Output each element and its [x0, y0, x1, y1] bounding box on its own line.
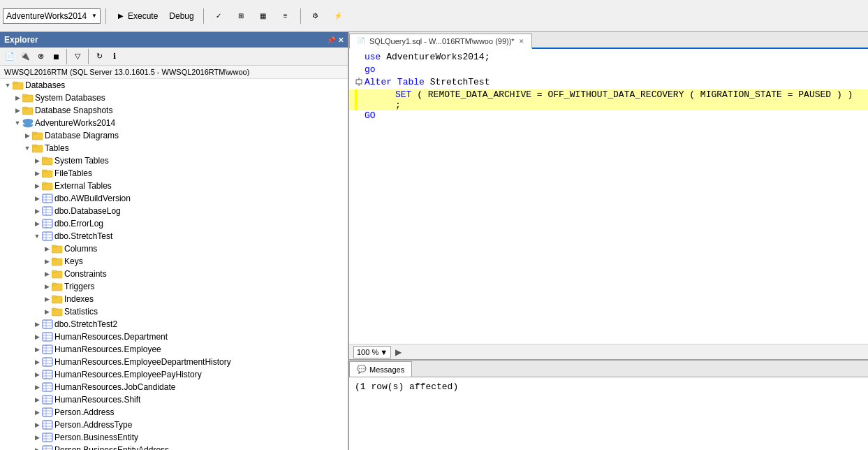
expander-stretchtest[interactable]: ▼ — [32, 231, 42, 241]
toolbar-icon-btn-3[interactable]: ▦ — [253, 8, 273, 24]
tree-item-external-tables[interactable]: ▶ External Tables — [0, 180, 348, 192]
tree-item-stretchtest[interactable]: ▼ dbo.StretchTest — [0, 230, 348, 242]
db-selector-text: AdventureWorks2014 — [6, 11, 91, 21]
expander-external-tables[interactable]: ▶ — [32, 181, 42, 191]
tree-item-person-address[interactable]: ▶ Person.Address — [0, 406, 348, 419]
expander-file-tables[interactable]: ▶ — [32, 168, 42, 178]
expander-awbuildversion[interactable]: ▶ — [32, 194, 42, 203]
refresh-icon: ↻ — [96, 52, 103, 61]
disconnect-button[interactable]: ⊗ — [34, 50, 47, 64]
tree-item-person-addresstype[interactable]: ▶ Person.AddressType — [0, 419, 348, 431]
tree-item-constraints[interactable]: ▶ Constraints — [0, 268, 348, 280]
expander-statistics[interactable]: ▶ — [42, 307, 52, 317]
zoom-arrow-right[interactable]: ▶ — [395, 347, 402, 357]
expander-hr-emp-dept-history[interactable]: ▶ — [32, 357, 42, 367]
refresh-button[interactable]: ↻ — [92, 50, 106, 64]
tree-item-triggers[interactable]: ▶ Triggers — [0, 280, 348, 293]
tree-item-stretchtest2[interactable]: ▶ dbo.StretchTest2 — [0, 318, 348, 331]
expander-hr-shift[interactable]: ▶ — [32, 395, 42, 405]
expander-keys[interactable]: ▶ — [42, 256, 52, 266]
expander-hr-employee[interactable]: ▶ — [32, 344, 42, 354]
tree-item-hr-shift[interactable]: ▶ HumanResources.Shift — [0, 393, 348, 406]
folder-icon — [42, 155, 53, 166]
editor-content[interactable]: use AdventureWorks2014; go Alter Table S… — [349, 49, 868, 344]
tree-item-system-databases[interactable]: ▶ System Databases — [0, 92, 348, 104]
expander-person-addresstype[interactable]: ▶ — [32, 420, 42, 430]
code-line-2: go — [349, 64, 868, 77]
svg-rect-45 — [43, 320, 52, 328]
tree-container[interactable]: ▼ Databases ▶ System Databases ▶ — [0, 79, 348, 450]
toolbar-icon-btn-6[interactable]: ⚡ — [328, 8, 348, 24]
expander-system-databases[interactable]: ▶ — [13, 93, 22, 103]
toolbar-icon-btn-4[interactable]: ≡ — [276, 8, 295, 24]
expander-triggers[interactable]: ▶ — [42, 282, 52, 291]
filter-button[interactable]: ▽ — [71, 50, 84, 64]
connect-button[interactable]: 🔌 — [18, 50, 32, 64]
expander-adventureworks[interactable]: ▼ — [13, 118, 22, 128]
tree-item-person-businessentity[interactable]: ▶ Person.BusinessEntity — [0, 431, 348, 444]
editor-panel: 📄 SQLQuery1.sql - W...016RTM\wwoo (99))*… — [349, 32, 868, 450]
folder-icon — [42, 168, 53, 179]
tree-item-keys[interactable]: ▶ Keys — [0, 255, 348, 268]
tree-item-hr-pay-history[interactable]: ▶ HumanResources.EmployeePayHistory — [0, 368, 348, 381]
expander-hr-pay-history[interactable]: ▶ — [32, 370, 42, 379]
tree-item-hr-department[interactable]: ▶ HumanResources.Department — [0, 331, 348, 343]
pin-icon[interactable]: 📌 — [327, 36, 335, 44]
tree-item-file-tables[interactable]: ▶ FileTables — [0, 167, 348, 180]
table-icon — [42, 369, 53, 380]
db-selector[interactable]: AdventureWorks2014 ▼ — [3, 8, 101, 24]
svg-rect-40 — [52, 283, 57, 285]
tree-item-hr-jobcandidate[interactable]: ▶ HumanResources.JobCandidate — [0, 381, 348, 393]
tree-item-statistics[interactable]: ▶ Statistics — [0, 305, 348, 318]
expander-hr-jobcandidate[interactable]: ▶ — [32, 382, 42, 392]
svg-rect-14 — [42, 170, 47, 172]
stop-button[interactable]: ⏹ — [49, 50, 63, 64]
expander-databases[interactable]: ▼ — [3, 80, 13, 90]
editor-tab-active[interactable]: 📄 SQLQuery1.sql - W...016RTM\wwoo (99))*… — [349, 34, 532, 49]
tree-item-hr-employee[interactable]: ▶ HumanResources.Employee — [0, 343, 348, 356]
grid-icon: ⊞ — [235, 10, 247, 22]
tree-item-databases[interactable]: ▼ Databases — [0, 79, 348, 92]
expander-person-bea[interactable]: ▶ — [32, 445, 42, 450]
toolbar-icon-btn-5[interactable]: ⚙ — [306, 8, 325, 24]
tree-item-errorlog[interactable]: ▶ dbo.ErrorLog — [0, 217, 348, 230]
tree-item-diagrams[interactable]: ▶ Database Diagrams — [0, 129, 348, 142]
expander-indexes[interactable]: ▶ — [42, 294, 52, 304]
properties-button[interactable]: ℹ — [108, 50, 122, 64]
svg-rect-65 — [43, 383, 52, 391]
tree-item-adventureworks[interactable]: ▼ AdventureWorks2014 — [0, 117, 348, 129]
expander-columns[interactable]: ▶ — [42, 244, 52, 254]
messages-tab[interactable]: 💬 Messages — [349, 361, 412, 377]
expander-person-address[interactable]: ▶ — [32, 407, 42, 417]
tree-item-system-tables[interactable]: ▶ System Tables — [0, 154, 348, 167]
new-query-button[interactable]: 📄 — [3, 50, 17, 64]
toolbar-separator-2 — [203, 8, 204, 24]
close-icon[interactable]: ✕ — [338, 36, 344, 44]
filter-icon: ⚡ — [332, 10, 344, 22]
tree-item-db-snapshots[interactable]: ▶ Database Snapshots — [0, 104, 348, 117]
tree-item-columns[interactable]: ▶ Columns — [0, 242, 348, 255]
table-icon — [42, 344, 53, 355]
tree-item-databaselog[interactable]: ▶ dbo.DatabaseLog — [0, 205, 348, 217]
tree-item-person-bea[interactable]: ▶ Person.BusinessEntityAddress — [0, 444, 348, 450]
expander-tables[interactable]: ▼ — [22, 143, 32, 153]
tree-item-tables[interactable]: ▼ Tables — [0, 142, 348, 154]
tree-item-hr-emp-dept-history[interactable]: ▶ HumanResources.EmployeeDepartmentHisto… — [0, 356, 348, 368]
toolbar-icon-btn-1[interactable]: ✓ — [209, 8, 228, 24]
tree-item-awbuildversion[interactable]: ▶ dbo.AWBuildVersion — [0, 192, 348, 205]
toolbar-icon-btn-2[interactable]: ⊞ — [231, 8, 251, 24]
expander-hr-department[interactable]: ▶ — [32, 332, 42, 342]
expander-stretchtest2[interactable]: ▶ — [32, 319, 42, 329]
expander-db-snapshots[interactable]: ▶ — [13, 106, 22, 115]
execute-button[interactable]: ▶ Execute — [111, 8, 162, 24]
debug-button[interactable]: Debug — [165, 8, 198, 24]
expander-errorlog[interactable]: ▶ — [32, 219, 42, 228]
expander-databaselog[interactable]: ▶ — [32, 206, 42, 216]
tree-item-indexes[interactable]: ▶ Indexes — [0, 293, 348, 305]
expander-person-businessentity[interactable]: ▶ — [32, 433, 42, 442]
expander-diagrams[interactable]: ▶ — [22, 131, 32, 140]
expander-constraints[interactable]: ▶ — [42, 269, 52, 279]
zoom-selector[interactable]: 100 % ▼ — [353, 346, 391, 358]
expander-system-tables[interactable]: ▶ — [32, 156, 42, 166]
tab-close-button[interactable]: ✕ — [519, 38, 524, 45]
